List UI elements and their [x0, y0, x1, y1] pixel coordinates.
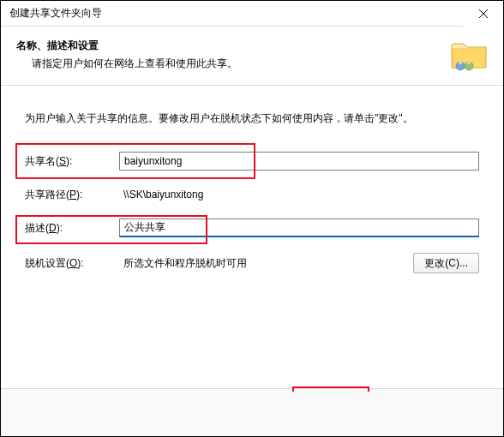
wizard-window: 创建共享文件夹向导 名称、描述和设置 请指定用户如何在网络上查看和使用此共享。 …: [0, 0, 504, 437]
content-area: 为用户输入关于共享的信息。要修改用户在脱机状态下如何使用内容，请单击"更改"。 …: [1, 86, 503, 297]
window-title: 创建共享文件夹向导: [9, 6, 102, 21]
label-share-name: 共享名(S):: [25, 154, 119, 169]
svg-point-3: [459, 61, 462, 64]
wizard-header: 名称、描述和设置 请指定用户如何在网络上查看和使用此共享。: [1, 27, 503, 86]
label-share-path: 共享路径(P):: [25, 188, 119, 202]
row-description: 描述(D):: [25, 218, 479, 237]
close-button[interactable]: [464, 1, 503, 27]
label-offline: 脱机设置(O):: [25, 256, 119, 271]
close-icon: [479, 9, 488, 18]
titlebar: 创建共享文件夹向导: [1, 1, 503, 27]
label-description: 描述(D):: [25, 221, 119, 236]
change-button[interactable]: 更改(C)...: [413, 253, 479, 273]
header-title: 名称、描述和设置: [16, 39, 237, 53]
row-offline: 脱机设置(O): 所选文件和程序脱机时可用 更改(C)...: [25, 253, 479, 273]
description-input[interactable]: [119, 218, 479, 237]
header-text: 名称、描述和设置 请指定用户如何在网络上查看和使用此共享。: [16, 37, 237, 73]
share-name-input[interactable]: [119, 152, 479, 171]
intro-text: 为用户输入关于共享的信息。要修改用户在脱机状态下如何使用内容，请单击"更改"。: [25, 111, 479, 126]
offline-value: 所选文件和程序脱机时可用: [119, 254, 406, 273]
wizard-footer: [1, 388, 503, 436]
row-share-name: 共享名(S):: [25, 152, 479, 171]
share-path-value: \\SK\baiyunxitong: [119, 186, 203, 203]
header-subtitle: 请指定用户如何在网络上查看和使用此共享。: [16, 57, 237, 71]
shared-folder-icon: [450, 37, 488, 73]
svg-point-5: [467, 61, 471, 64]
row-share-path: 共享路径(P): \\SK\baiyunxitong: [25, 186, 479, 203]
